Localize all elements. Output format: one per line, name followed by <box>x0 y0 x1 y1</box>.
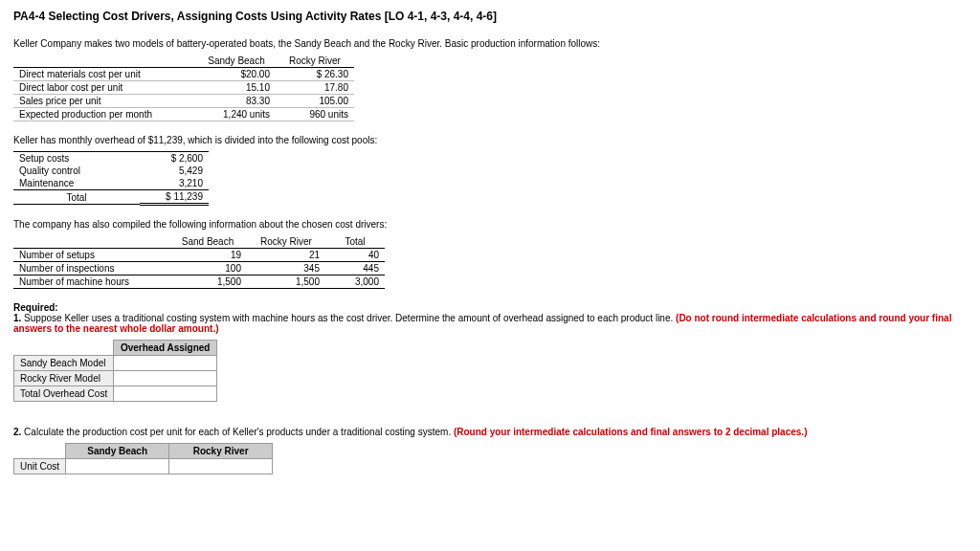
cell: 3,000 <box>325 276 385 289</box>
cell: $ 2,600 <box>140 152 209 165</box>
col-header-sandy: Sandy Beach <box>66 444 169 459</box>
cell: 1,500 <box>247 276 325 289</box>
cell: $ 26.30 <box>276 68 354 81</box>
cell: 19 <box>168 249 247 262</box>
total-value: $ 11,239 <box>140 190 209 205</box>
row-label: Quality control <box>13 165 140 177</box>
q1-text: Suppose Keller uses a traditional costin… <box>21 313 676 323</box>
row-label: Sandy Beach Model <box>14 356 114 371</box>
row-label: Direct labor cost per unit <box>13 81 197 95</box>
overhead-sandy-input[interactable] <box>120 358 211 368</box>
unit-cost-sandy-input[interactable] <box>72 461 163 472</box>
cell: $20.00 <box>197 68 276 81</box>
q2-answer-table: Sandy Beach Rocky River Unit Cost <box>13 443 273 474</box>
intro-text: Keller Company makes two models of batte… <box>13 38 967 49</box>
overhead-intro: Keller has monthly overhead of $11,239, … <box>13 135 967 145</box>
row-label: Number of setups <box>13 249 168 262</box>
overhead-total-input[interactable] <box>120 388 211 399</box>
col-header-overhead: Overhead Assigned <box>114 341 217 356</box>
col-header-rocky: Rocky River <box>169 444 273 459</box>
cell: 40 <box>325 249 385 262</box>
row-label: Direct materials cost per unit <box>13 68 197 81</box>
drivers-intro: The company has also compiled the follow… <box>13 219 967 230</box>
unit-cost-rocky-input[interactable] <box>175 461 266 472</box>
cell: 345 <box>247 262 325 276</box>
col-header-rocky: Rocky River <box>276 55 354 68</box>
cell: 100 <box>168 262 247 276</box>
cell: 83.30 <box>197 95 276 108</box>
cost-drivers-table: Sand Beach Rocky River Total Number of s… <box>13 235 385 289</box>
cell: 1,500 <box>168 276 247 289</box>
page-title: PA4-4 Selecting Cost Drivers, Assigning … <box>13 10 967 23</box>
q2-text: Calculate the production cost per unit f… <box>21 427 454 437</box>
row-label: Total Overhead Cost <box>14 386 114 402</box>
overhead-rocky-input[interactable] <box>120 373 211 384</box>
total-label: Total <box>13 190 140 205</box>
col-header: Sand Beach <box>168 235 247 249</box>
row-label: Setup costs <box>13 152 140 165</box>
row-label: Number of inspections <box>13 262 168 276</box>
col-header: Rocky River <box>247 235 325 249</box>
cell: 445 <box>325 262 385 276</box>
cost-pools-table: Setup costs$ 2,600 Quality control5,429 … <box>13 151 209 206</box>
cell: 960 units <box>276 108 354 121</box>
cell: 21 <box>247 249 325 262</box>
col-header: Total <box>325 235 385 249</box>
q1-answer-table: Overhead Assigned Sandy Beach Model Rock… <box>13 340 217 402</box>
cell: 1,240 units <box>197 108 276 121</box>
row-label: Expected production per month <box>13 108 197 121</box>
cell: 17.80 <box>276 81 354 95</box>
row-label: Rocky River Model <box>14 371 114 386</box>
cell: 3,210 <box>140 177 209 190</box>
q2-note: (Round your intermediate calculations an… <box>454 427 808 437</box>
cell: 15.10 <box>197 81 276 95</box>
col-header-sandy: Sandy Beach <box>197 55 276 68</box>
cell: 5,429 <box>140 165 209 177</box>
required-label: Required: <box>13 302 58 313</box>
row-label: Number of machine hours <box>13 276 168 289</box>
row-label: Sales price per unit <box>13 95 197 108</box>
row-label: Maintenance <box>13 177 140 190</box>
production-info-table: Sandy Beach Rocky River Direct materials… <box>13 55 354 121</box>
row-label: Unit Cost <box>14 459 66 474</box>
cell: 105.00 <box>276 95 354 108</box>
